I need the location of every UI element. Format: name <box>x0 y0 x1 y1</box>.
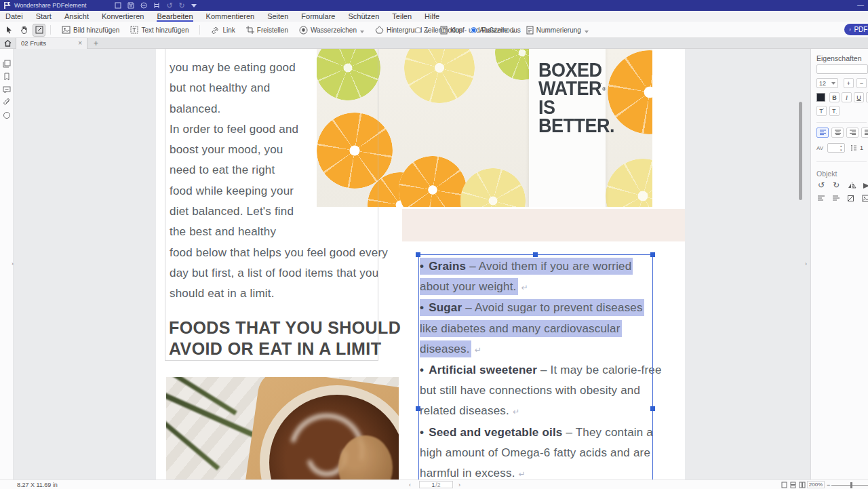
distribute-horizontal-icon[interactable] <box>817 195 825 202</box>
selection-handle-top-left[interactable] <box>416 252 420 257</box>
zoom-out-icon[interactable]: − <box>827 482 830 488</box>
selection-handle-top-right[interactable] <box>650 252 655 257</box>
font-size-select[interactable]: 12 <box>816 78 838 88</box>
single-page-view-icon[interactable] <box>781 482 787 488</box>
select-tool-button[interactable] <box>3 24 15 36</box>
zoom-level-input[interactable]: 200% <box>807 481 825 488</box>
title-bar: Wondershare PDFelement ↺ ↻ — <box>0 0 868 11</box>
snapshot-icon[interactable] <box>153 2 160 9</box>
attachments-icon[interactable] <box>3 98 11 106</box>
watermark-caret-icon[interactable] <box>360 31 364 33</box>
previous-page-icon[interactable]: ‹ <box>409 482 411 488</box>
spinner-down-icon[interactable]: ▾ <box>840 149 842 151</box>
menu-ansicht[interactable]: Ansicht <box>64 12 89 22</box>
comments-icon[interactable] <box>3 85 11 94</box>
lemon-slice <box>404 49 475 103</box>
next-page-icon[interactable]: › <box>458 482 460 488</box>
align-left-button[interactable] <box>816 128 829 138</box>
zoom-slider-handle[interactable] <box>850 482 852 488</box>
edit-toolbar: Bild hinzufügen Text hinzufügen Link Fre… <box>0 22 868 38</box>
menu-hilfe[interactable]: Hilfe <box>425 12 439 22</box>
rotate-right-icon[interactable]: ↻ <box>833 180 840 190</box>
selection-handle-middle-right[interactable] <box>650 406 655 411</box>
save-icon[interactable] <box>127 2 134 9</box>
align-justify-button[interactable] <box>861 128 868 138</box>
menu-seiten[interactable]: Seiten <box>267 12 288 22</box>
hand-tool-button[interactable] <box>18 24 30 36</box>
superscript-button[interactable]: T' <box>816 106 827 116</box>
watermark-button[interactable]: Wasserzeichen <box>299 26 364 35</box>
selection-handle-middle-left[interactable] <box>416 406 420 411</box>
page-number-input[interactable]: 1 /2 <box>419 481 453 488</box>
thumbnails-icon[interactable] <box>3 60 11 68</box>
font-size-increase-button[interactable]: + <box>844 78 854 88</box>
numbering-button[interactable]: Nummerierung <box>526 26 589 35</box>
continuous-view-icon[interactable] <box>790 482 796 488</box>
coffee-image[interactable] <box>166 377 399 480</box>
undo-icon[interactable]: ↺ <box>166 2 172 9</box>
redo-icon[interactable]: ↻ <box>179 2 185 9</box>
app-logo-icon <box>4 2 11 9</box>
bookmarks-icon[interactable] <box>3 73 11 81</box>
home-icon[interactable] <box>4 39 12 47</box>
menu-schuetzen[interactable]: Schützen <box>348 12 379 22</box>
watermark-icon <box>299 26 308 35</box>
minimize-button[interactable]: — <box>857 1 864 9</box>
menu-formulare[interactable]: Formulare <box>301 12 335 22</box>
underline-button[interactable]: U <box>854 92 864 102</box>
collapse-left-panel-icon[interactable]: › <box>12 260 14 267</box>
font-color-swatch[interactable] <box>816 93 825 102</box>
align-center-button[interactable] <box>831 128 844 138</box>
menu-kommentieren[interactable]: Kommentieren <box>206 12 255 22</box>
citrus-boxed-water-image[interactable]: BOXED WATER® IS BETTER. <box>317 49 652 207</box>
flip-horizontal-icon[interactable] <box>848 182 856 189</box>
print-icon[interactable] <box>140 2 147 9</box>
italic-button[interactable]: I <box>842 92 852 102</box>
font-family-input[interactable] <box>816 64 868 74</box>
menu-konvertieren[interactable]: Konvertieren <box>102 12 144 22</box>
spinner-up-icon[interactable]: ▴ <box>840 144 842 147</box>
user-icon <box>849 26 851 33</box>
numbering-caret-icon[interactable] <box>585 31 589 33</box>
properties-panel: Eigenschaften 12 + − B I U S T' T. AV ▴ … <box>810 49 868 480</box>
expand-right-panel-icon[interactable]: › <box>805 260 807 267</box>
section-heading[interactable]: FOODS THAT YOU SHOULD AVOID OR EAT IN A … <box>169 317 401 359</box>
line-mode-radio[interactable]: Zeilenmodus <box>415 26 462 34</box>
align-right-button[interactable] <box>846 128 859 138</box>
pdfelement-window: Wondershare PDFelement ↺ ↻ — Datei Start… <box>0 0 868 489</box>
font-size-decrease-button[interactable]: − <box>856 78 867 88</box>
quick-access-caret-icon[interactable] <box>191 4 197 7</box>
add-image-button[interactable]: Bild hinzufügen <box>62 26 119 34</box>
orange-slice <box>399 156 467 207</box>
crop-object-icon[interactable] <box>847 195 854 202</box>
menu-start[interactable]: Start <box>36 12 52 22</box>
flip-vertical-icon[interactable] <box>863 182 868 189</box>
new-tab-button[interactable]: + <box>94 39 98 48</box>
distribute-vertical-icon[interactable] <box>832 195 840 202</box>
background-icon <box>375 26 384 34</box>
crop-pages-button[interactable]: Freistellen <box>246 26 288 34</box>
bold-button[interactable]: B <box>829 92 840 102</box>
zoom-slider[interactable] <box>831 485 868 486</box>
tab-close-icon[interactable]: × <box>78 39 82 47</box>
search-icon[interactable] <box>3 111 11 119</box>
edit-tool-button[interactable] <box>33 24 45 36</box>
replace-image-icon[interactable] <box>862 195 868 202</box>
menu-teilen[interactable]: Teilen <box>392 12 412 22</box>
open-file-icon[interactable] <box>115 2 121 9</box>
paragraph-mode-radio[interactable]: Absatzmodus <box>471 26 521 34</box>
link-button[interactable]: Link <box>211 26 235 34</box>
two-page-view-icon[interactable] <box>799 482 806 488</box>
selection-handle-top-middle[interactable] <box>533 252 538 257</box>
line-spacing-value[interactable]: 1 <box>860 144 863 151</box>
menu-datei[interactable]: Datei <box>5 12 23 22</box>
rotate-left-icon[interactable]: ↺ <box>818 180 825 190</box>
selected-text-block-outline[interactable] <box>418 254 653 480</box>
letter-spacing-input[interactable] <box>827 143 845 153</box>
subscript-button[interactable]: T. <box>829 106 840 116</box>
account-button[interactable]: PDFelement <box>844 24 868 35</box>
menu-bearbeiten[interactable]: Bearbeiten <box>157 12 193 22</box>
add-text-button[interactable]: Text hinzufügen <box>130 26 189 34</box>
tab-02-fruits[interactable]: 02 Fruits × <box>16 38 87 49</box>
vertical-scrollbar[interactable] <box>799 102 802 200</box>
